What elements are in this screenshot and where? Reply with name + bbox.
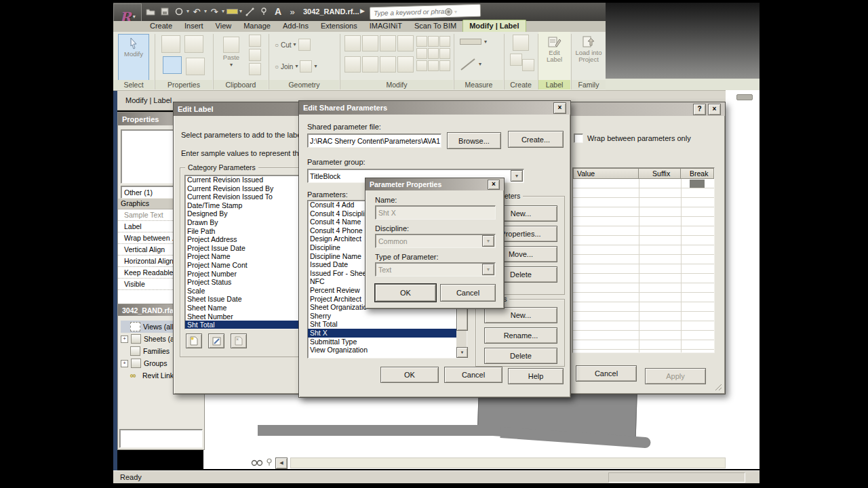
add-parameter-icon[interactable] <box>186 333 202 348</box>
delete-element-icon[interactable] <box>439 60 450 71</box>
column-header-value[interactable]: Value <box>573 168 639 179</box>
shared-params-titlebar[interactable]: Edit Shared Parameters × <box>299 101 570 115</box>
ribbon-tab[interactable]: Insert <box>178 20 210 32</box>
discipline-combo[interactable]: Common ▾ <box>375 234 496 248</box>
copy-icon[interactable] <box>362 56 378 73</box>
ribbon-tab[interactable]: View <box>210 20 238 32</box>
combo-caret-icon[interactable]: ▾ <box>482 264 494 275</box>
delete-icon[interactable] <box>439 36 450 47</box>
ribbon-tab[interactable]: Add-Ins <box>277 20 315 32</box>
close-icon[interactable]: × <box>488 180 500 190</box>
panel-label-properties[interactable]: Properties <box>155 80 212 89</box>
name-input[interactable]: Sht X <box>375 205 496 220</box>
redo-caret-icon[interactable]: ▾ <box>222 9 224 14</box>
unpin-icon[interactable] <box>439 48 450 59</box>
resize-grip[interactable] <box>714 383 722 391</box>
solid-icon[interactable] <box>298 39 311 51</box>
mirror-icon[interactable] <box>380 35 396 52</box>
panel-label-clipboard[interactable]: Clipboard <box>214 80 268 89</box>
list-item[interactable]: Sht Total <box>185 321 302 329</box>
create-group-icon[interactable] <box>513 35 529 51</box>
panel-label-label[interactable]: Label <box>538 80 570 89</box>
measure-between-button[interactable]: ▾ <box>460 39 487 45</box>
ribbon-tab[interactable]: Create <box>144 20 178 32</box>
shared-param-file-input[interactable]: J:\RAC Sherry Content\Parameters\AVA1 <box>307 134 441 148</box>
shared-params-ok-button[interactable]: OK <box>380 367 439 383</box>
communication-caret-icon[interactable]: ▾ <box>454 9 457 15</box>
list-item[interactable]: Project Issue Date <box>185 244 302 253</box>
list-item[interactable]: Sheet Number <box>185 312 302 321</box>
ribbon-tab[interactable]: IMAGINiT <box>363 20 408 32</box>
selected-cell[interactable] <box>690 180 705 188</box>
ribbon-tab-modify-label[interactable]: Modify | Label <box>462 20 526 32</box>
move-icon[interactable] <box>344 56 361 73</box>
parameter-properties-ok-button[interactable]: OK <box>375 284 436 302</box>
types-icon[interactable] <box>186 58 205 75</box>
column-header-suffix[interactable]: Suffix <box>639 168 682 179</box>
list-item[interactable]: Current Revision Issued <box>185 176 302 184</box>
infocenter-expand-icon[interactable]: ▶ <box>360 7 365 14</box>
panel-label-measure[interactable]: Measure <box>454 80 503 89</box>
list-item[interactable]: Sheet Name <box>185 304 302 312</box>
trim-corner-icon[interactable] <box>416 60 427 71</box>
group-new-button[interactable]: New... <box>484 307 557 323</box>
list-item[interactable]: Scale <box>185 287 302 296</box>
hscroll-left-button[interactable]: ◀ <box>275 458 288 469</box>
dialog-help-icon[interactable]: ? <box>693 104 706 115</box>
list-item[interactable]: File Path <box>185 227 302 236</box>
parameter-properties-titlebar[interactable]: Parameter Properties × <box>366 178 504 190</box>
combo-caret-icon[interactable]: ▾ <box>511 170 523 182</box>
paste-button[interactable]: Paste ▾ <box>219 34 243 80</box>
edit-label-cancel-button[interactable]: Cancel <box>576 365 637 382</box>
create-button[interactable]: Create... <box>508 131 564 148</box>
wrap-checkbox[interactable] <box>574 134 583 143</box>
edit-parameter-icon[interactable] <box>208 333 224 348</box>
panel-label-family-editor[interactable]: Family Editor <box>572 80 606 89</box>
cope-icon[interactable] <box>344 35 361 52</box>
family-types-icon[interactable] <box>161 35 180 53</box>
scroll-down-icon[interactable]: ▼ <box>456 347 468 358</box>
text-icon[interactable]: A <box>271 5 285 18</box>
list-item[interactable]: Project Address <box>185 235 302 244</box>
ribbon-tab[interactable]: Manage <box>237 20 277 32</box>
tag-icon[interactable] <box>257 5 271 18</box>
rotate-icon[interactable] <box>380 56 396 73</box>
list-item[interactable]: View Organization <box>308 346 456 354</box>
group-rename-button[interactable]: Rename... <box>484 327 557 344</box>
communication-center-icon[interactable]: ▾ <box>444 7 462 17</box>
close-icon[interactable]: × <box>708 104 721 115</box>
match-type-icon[interactable] <box>249 63 261 75</box>
expand-icon[interactable]: + <box>121 360 128 367</box>
scale-icon[interactable] <box>416 48 427 59</box>
copy-clipboard-icon[interactable] <box>249 49 261 61</box>
open-icon[interactable] <box>144 5 157 18</box>
list-item[interactable]: Project Status <box>185 278 302 287</box>
parameter-properties-cancel-button[interactable]: Cancel <box>440 284 496 302</box>
category-parameters-list[interactable]: Current Revision IssuedCurrent Revision … <box>184 175 302 329</box>
panel-label-select[interactable]: Select <box>113 80 154 89</box>
cut-clipboard-icon[interactable] <box>249 35 261 47</box>
expand-icon[interactable]: + <box>121 336 128 343</box>
wrap-checkbox-row[interactable]: Wrap between parameters only <box>574 134 691 143</box>
panel-label-geometry[interactable]: Geometry <box>269 80 339 89</box>
ribbon-tab[interactable]: Extensions <box>315 20 363 32</box>
list-item[interactable]: Sht Total <box>308 320 456 329</box>
panel-label-modify[interactable]: Modify <box>340 80 453 89</box>
load-into-project-button[interactable]: Load into Project <box>574 33 604 81</box>
ribbon-tab[interactable]: Scan To BIM <box>408 20 462 32</box>
list-item[interactable]: Project Number <box>185 270 302 279</box>
edit-label-button[interactable]: Edit Label <box>542 33 566 81</box>
wall-joins-icon[interactable] <box>300 60 312 73</box>
list-item[interactable]: Drawn By <box>185 218 302 227</box>
trim-icon[interactable] <box>397 56 414 73</box>
combo-caret-icon[interactable]: ▾ <box>482 235 494 247</box>
label-parameters-table[interactable]: Value Suffix Break <box>572 167 715 353</box>
transfer-icon[interactable] <box>172 5 186 18</box>
list-item[interactable]: Submittal Type <box>308 338 456 346</box>
create-assembly-icon[interactable] <box>522 59 534 71</box>
properties-palette-icon[interactable] <box>163 56 182 74</box>
list-item[interactable]: Sht X <box>308 329 456 338</box>
list-item[interactable]: Current Revision Issued To <box>185 192 302 201</box>
family-category-icon[interactable] <box>184 35 203 53</box>
visual-style-icon[interactable] <box>266 457 273 469</box>
